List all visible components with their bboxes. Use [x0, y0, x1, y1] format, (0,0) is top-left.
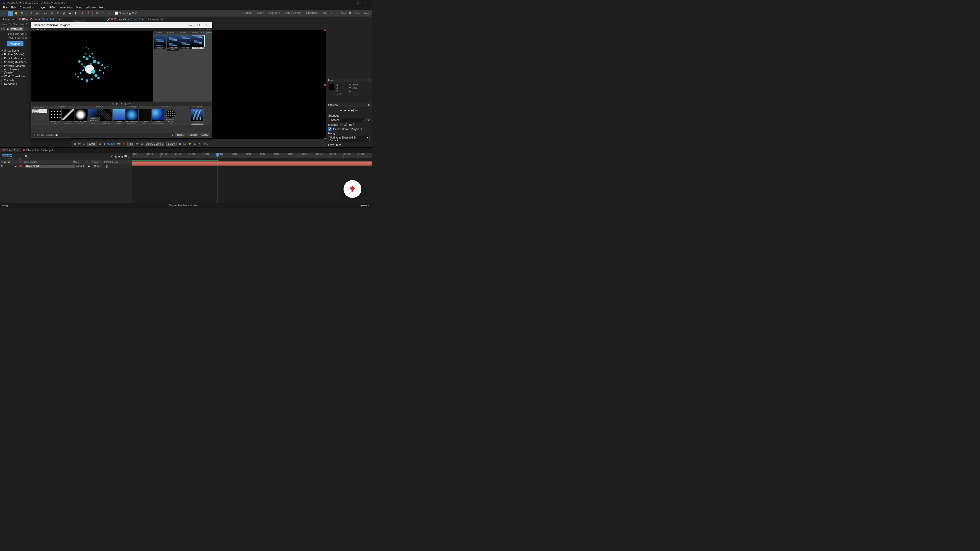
- btab-physics[interactable]: Physics: [188, 32, 200, 35]
- close-button[interactable]: ✕: [362, 1, 369, 4]
- effect-name[interactable]: Particular: [10, 27, 24, 30]
- timeline-layer-bar[interactable]: [132, 162, 372, 165]
- search-help-input[interactable]: Search Help: [355, 12, 370, 15]
- loop-icon[interactable]: ↻: [353, 123, 355, 126]
- block-scattered-trail[interactable]: Scattered Trail: [192, 35, 204, 51]
- menu-composition[interactable]: Composition: [18, 5, 37, 10]
- include-overlay-icon[interactable]: ▦: [349, 123, 352, 126]
- roto-tool[interactable]: ✦: [80, 11, 85, 16]
- sb-particle-type[interactable]: PARTICLE TYPECloudlet: [75, 109, 87, 124]
- ws-learn[interactable]: Learn: [257, 11, 264, 15]
- btab-aux-system[interactable]: Aux System: [200, 32, 212, 35]
- snapshot-icon[interactable]: 📷: [117, 142, 121, 145]
- range-dropdown[interactable]: Work Area Extended By Current…▾: [328, 136, 369, 142]
- footer-icon-6[interactable]: ▣: [179, 142, 181, 145]
- presets-button[interactable]: ▸ PRESETS: [33, 28, 46, 31]
- footer-icon-4[interactable]: ⊞: [99, 142, 101, 145]
- last-frame-icon[interactable]: ⏭: [355, 109, 358, 112]
- btab-emitter[interactable]: Emitter: [153, 32, 165, 35]
- fx-enable-icon[interactable]: ◉: [6, 27, 9, 30]
- tl-icon-3[interactable]: ⊕: [118, 155, 120, 158]
- sb-gravity[interactable]: GRAVITYOFF: [139, 109, 151, 124]
- dp-rewind-icon[interactable]: ⟲: [112, 102, 115, 105]
- sb-size-rotation[interactable]: SIZE / ROTATIONDecrease…d Flicke: [87, 109, 100, 124]
- menu-help[interactable]: Help: [98, 5, 107, 10]
- timeline-playhead[interactable]: [217, 153, 218, 203]
- home-icon[interactable]: ⌂: [2, 11, 6, 16]
- resolution-dropdown[interactable]: Full: [127, 142, 134, 146]
- toggle-switches-button[interactable]: Toggle Switches / Modes: [169, 204, 197, 207]
- designer-preview[interactable]: [32, 32, 153, 102]
- twirl-icon[interactable]: ▾: [1, 27, 3, 30]
- layer-color-chip[interactable]: [19, 165, 22, 167]
- comp-name-link[interactable]: Comp 1: [130, 18, 141, 21]
- footer-icon-1[interactable]: ▣: [73, 142, 76, 145]
- next-frame-icon[interactable]: ▶|: [351, 109, 354, 112]
- timeline-right[interactable]: 0000000500010000150002000025000300003500…: [132, 153, 372, 203]
- shape-add-icon[interactable]: ★: [107, 11, 111, 16]
- footer-icon-7[interactable]: ▤: [183, 142, 186, 145]
- minimize-button[interactable]: —: [347, 1, 354, 4]
- dialog-maximize-button[interactable]: ☐: [195, 24, 202, 27]
- menu-edit[interactable]: Edit: [10, 5, 18, 10]
- group-emitter[interactable]: ▸Emitter (Master): [1, 52, 30, 56]
- group-physics[interactable]: ▸Physics (Master): [1, 64, 30, 68]
- btab-particle[interactable]: Particle: [165, 32, 177, 35]
- group-rendering[interactable]: ▸Rendering: [1, 82, 30, 86]
- layer-t-icon[interactable]: ◉: [88, 165, 90, 168]
- sb-emitter-type[interactable]: EMITTER TYPEDefault: [49, 109, 61, 124]
- hand-tool[interactable]: ✋: [14, 11, 19, 16]
- tl-icon-1[interactable]: ⟲: [111, 155, 113, 158]
- snapping-checkbox[interactable]: [115, 11, 118, 15]
- effect-row[interactable]: ▾ fx ◉ Particular: [0, 27, 30, 31]
- snapping-toggle[interactable]: Snapping ⚲ ⤢: [115, 11, 137, 15]
- tab-layer[interactable]: Layer (none): [146, 17, 167, 21]
- timeline-layer-row[interactable]: 👁 ▸ 1 Black Solid 1 Normal ◉ None @: [0, 164, 132, 168]
- dialog-titlebar[interactable]: Trapcode Particular Designer — ☐ ✕: [32, 22, 212, 28]
- footer-icon-2[interactable]: ▭: [78, 142, 81, 145]
- ws-default[interactable]: Default: [243, 11, 252, 15]
- dp-eye-icon[interactable]: 👁: [129, 102, 131, 105]
- group-visibility[interactable]: ▸Visibility: [1, 78, 30, 82]
- col-mode[interactable]: Mode: [72, 161, 85, 163]
- dp-play-icon[interactable]: ▶: [116, 102, 118, 105]
- dp-warn-icon[interactable]: ⚠: [124, 102, 127, 105]
- roi-icon[interactable]: ▭: [136, 142, 138, 145]
- sb-motion[interactable]: MOTIONDirectional: [62, 109, 74, 124]
- tl-tab-comp[interactable]: Comp 1 ≡: [0, 148, 21, 152]
- tl-icon-2[interactable]: ▣: [115, 155, 117, 158]
- layer-name[interactable]: Black Solid 1: [25, 165, 75, 168]
- pan-behind-tool[interactable]: ◈: [35, 11, 40, 16]
- group-particle[interactable]: ▸Particle (Master): [1, 56, 30, 60]
- footer-icon-9[interactable]: ▲: [193, 142, 196, 145]
- toolbar-edit-icon[interactable]: ✎▭: [341, 11, 346, 15]
- timeline-ruler[interactable]: 0000000500010000150002000025000300003500…: [132, 153, 372, 158]
- tl-icon-6[interactable]: ⊡: [128, 155, 130, 158]
- designer-button[interactable]: Designer...: [7, 41, 24, 46]
- col-parent[interactable]: Parent & Link: [103, 161, 124, 163]
- layer-pick-whip-icon[interactable]: @: [106, 165, 108, 168]
- cancel-button[interactable]: Cancel: [187, 133, 199, 137]
- tlf-icon-2[interactable]: ◈: [4, 204, 6, 207]
- footer-icon-3[interactable]: ▤: [83, 142, 85, 145]
- preview-panel-header[interactable]: Preview≡: [326, 103, 372, 107]
- layer-visibility-icon[interactable]: 👁: [0, 165, 3, 168]
- tl-icon-4[interactable]: ◈: [121, 155, 123, 158]
- sb-aux[interactable]: AUXScattered Trail: [191, 109, 203, 124]
- selection-tool[interactable]: ▲: [8, 11, 13, 16]
- camera-dropdown[interactable]: Active Camera: [145, 142, 164, 146]
- puppet-tool[interactable]: 📍: [86, 11, 91, 16]
- grid-icon[interactable]: ⊞: [141, 142, 143, 145]
- shape-stroke-icon[interactable]: ◻: [100, 11, 105, 16]
- first-frame-icon[interactable]: ⏮: [340, 109, 342, 112]
- effect-target-link[interactable]: Black Solid 1: [41, 18, 58, 21]
- tl-icon-5[interactable]: ☰: [124, 155, 127, 158]
- tlf-zoom-slider[interactable]: ◆━━━: [360, 204, 367, 207]
- preset-reset-icon[interactable]: ⟲: [33, 134, 35, 136]
- block-aux-streaklet[interactable]: Aux Streaklet Trail: [167, 35, 179, 51]
- tab-composition[interactable]: 🔗 Composition Comp 1 ≡: [104, 17, 146, 21]
- reset-icon[interactable]: ⟲: [367, 118, 369, 122]
- sb-opacity[interactable]: OPACITYLinear Fade: [100, 109, 112, 124]
- shape-fill-icon[interactable]: ◼: [94, 11, 99, 16]
- col-source[interactable]: Source Name: [22, 161, 72, 163]
